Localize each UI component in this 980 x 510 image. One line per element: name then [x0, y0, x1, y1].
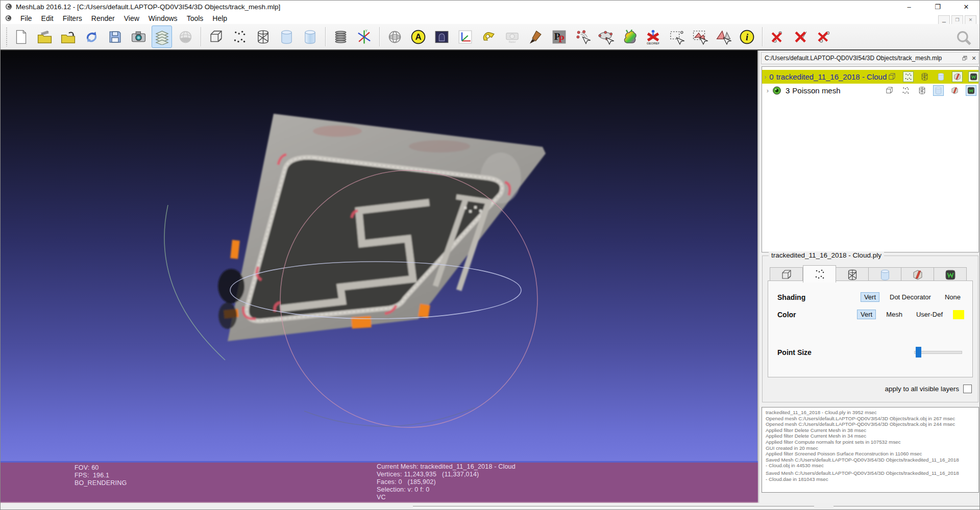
draw-points-button[interactable]: [229, 26, 250, 48]
info-icon: [739, 29, 755, 45]
info-button[interactable]: [737, 26, 757, 48]
select-all-faces-button[interactable]: [713, 26, 733, 48]
layer-row-0[interactable]: › 0 trackedited_11_16_2018 - Cloud: [762, 70, 978, 84]
trackball-axes-button[interactable]: [455, 26, 475, 48]
save-button[interactable]: [105, 26, 125, 48]
point-size-slider-handle[interactable]: [916, 347, 921, 358]
ortho-view-button[interactable]: [384, 26, 405, 48]
draw-smooth-button[interactable]: [300, 26, 320, 48]
layer0-bbox-toggle[interactable]: [887, 71, 897, 82]
open-project-button[interactable]: [34, 26, 55, 48]
mdi-child-icon[interactable]: [5, 14, 12, 22]
shading-dot-decorator-button[interactable]: Dot Decorator: [886, 292, 935, 302]
shading-none-button[interactable]: None: [941, 292, 964, 302]
background-grid-button[interactable]: [431, 26, 452, 48]
reload-button[interactable]: [81, 26, 102, 48]
delete-selected-faces-vertices-button[interactable]: [814, 26, 835, 48]
dock-float-button[interactable]: [960, 54, 969, 62]
tab-points[interactable]: [803, 265, 836, 283]
log-line: Applied filter Delete Current Mesh in 38…: [766, 427, 968, 434]
colored-axes-icon: [457, 29, 473, 45]
menu-help[interactable]: Help: [208, 14, 232, 23]
ambient-occlusion-button[interactable]: [408, 26, 428, 48]
tab-shader[interactable]: [934, 267, 967, 282]
layer0-shader-toggle[interactable]: [968, 71, 979, 82]
mdi-restore-button[interactable]: ❐: [951, 15, 963, 24]
pick-points-button[interactable]: [549, 26, 569, 48]
close-button[interactable]: ✕: [952, 1, 980, 13]
show-layers-button[interactable]: [152, 26, 172, 48]
layer3-wireframe-toggle[interactable]: [917, 85, 927, 96]
expander-icon[interactable]: ›: [764, 73, 766, 81]
color-vert-button[interactable]: Vert: [857, 310, 876, 319]
layer3-solid-toggle[interactable]: [933, 85, 944, 96]
search-button[interactable]: [955, 29, 972, 48]
color-user-def-button[interactable]: User-Def: [913, 310, 946, 319]
layer-row-3[interactable]: › 3 Poisson mesh: [762, 84, 978, 97]
layer0-wireframe-toggle[interactable]: [919, 71, 930, 82]
expander-icon[interactable]: ›: [764, 87, 771, 94]
measuring-tape-button[interactable]: [478, 26, 499, 48]
point-size-slider[interactable]: [914, 351, 962, 354]
menu-render[interactable]: Render: [87, 14, 119, 23]
toolbar-separator: [325, 27, 326, 46]
toolbar-grip[interactable]: [6, 27, 8, 46]
tab-bbox[interactable]: [770, 267, 803, 282]
draw-flat-button[interactable]: [276, 26, 297, 48]
texture-icon: [950, 86, 959, 95]
delete-selected-faces-button[interactable]: [791, 26, 811, 48]
menu-tools[interactable]: Tools: [182, 14, 208, 23]
georef-button[interactable]: [643, 26, 663, 48]
color-mesh-button[interactable]: Mesh: [883, 310, 906, 319]
layer3-shader-toggle[interactable]: [966, 85, 976, 96]
menu-windows[interactable]: Windows: [144, 14, 182, 23]
points-icon: [814, 268, 826, 280]
select-rect-button[interactable]: [666, 26, 687, 48]
dock-close-button[interactable]: ✕: [969, 54, 978, 62]
render-stack-button[interactable]: [330, 26, 351, 48]
tab-wireframe[interactable]: [836, 267, 869, 282]
layer-name[interactable]: Poisson mesh: [792, 86, 840, 95]
restore-button[interactable]: ❐: [923, 1, 952, 13]
raster-align-button[interactable]: [502, 26, 522, 48]
layer3-points-toggle[interactable]: [900, 85, 911, 96]
layer-name[interactable]: trackedited_11_16_2018 - Cloud: [776, 72, 887, 81]
menu-file[interactable]: File: [16, 14, 37, 23]
3d-viewport[interactable]: FOV: 60 FPS: 196.1 BO_RENDERING Current …: [1, 50, 758, 503]
shading-vert-button[interactable]: Vert: [861, 292, 879, 302]
mdi-minimize-button[interactable]: ▁: [938, 15, 950, 24]
layer0-points-toggle[interactable]: [903, 71, 914, 82]
layer0-texture-toggle[interactable]: [952, 71, 963, 82]
axes-icon: [356, 29, 372, 45]
eye-visible-icon[interactable]: [771, 85, 782, 96]
select-faces-button[interactable]: [690, 26, 710, 48]
new-document-button[interactable]: [11, 26, 31, 48]
menu-edit[interactable]: Edit: [37, 14, 58, 23]
user-def-color-swatch[interactable]: [953, 310, 964, 319]
apply-all-checkbox[interactable]: [963, 385, 972, 393]
meshlab-window: MeshLab 2016.12 - [C:/Users/default.LAPT…: [0, 0, 980, 510]
snapshot-icon: [131, 29, 146, 45]
wireframe-icon: [920, 72, 929, 81]
menu-filters[interactable]: Filters: [58, 14, 87, 23]
z-painting-button[interactable]: [525, 26, 546, 48]
draw-wireframe-button[interactable]: [253, 26, 273, 48]
tab-texture[interactable]: [901, 267, 934, 282]
minimize-button[interactable]: –: [895, 1, 923, 13]
apply-all-row: apply to all visible layers: [763, 385, 972, 393]
point-orientation-button[interactable]: [596, 26, 616, 48]
layer3-texture-toggle[interactable]: [949, 85, 960, 96]
tab-solid[interactable]: [869, 267, 901, 282]
quality-mapper-button[interactable]: [619, 26, 640, 48]
menu-view[interactable]: View: [119, 14, 144, 23]
layer0-solid-toggle[interactable]: [936, 71, 946, 82]
mdi-close-button[interactable]: ✕: [965, 15, 976, 24]
web-export-button[interactable]: [175, 26, 195, 48]
layer3-bbox-toggle[interactable]: [884, 85, 895, 96]
draw-bbox-button[interactable]: [206, 26, 226, 48]
delete-selected-vertices-button[interactable]: [767, 26, 788, 48]
import-mesh-button[interactable]: [58, 26, 78, 48]
splat-radius-button[interactable]: [572, 26, 593, 48]
snapshot-button[interactable]: [128, 26, 149, 48]
show-axes-button[interactable]: [354, 26, 374, 48]
